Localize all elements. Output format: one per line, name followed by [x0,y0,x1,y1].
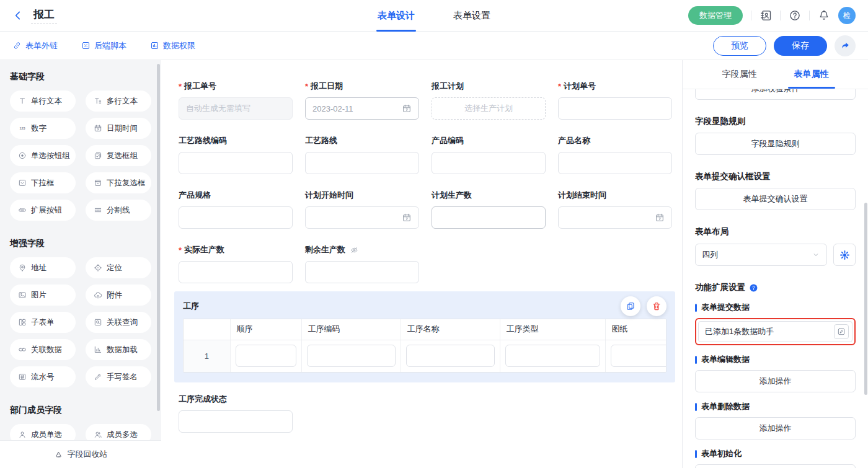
toolbar-link-后端脚本[interactable]: 后端脚本 [81,40,126,51]
required-star: * [558,82,561,91]
field-type-单行文本[interactable]: 单行文本 [10,91,76,112]
dropdown-multi-icon [94,179,102,187]
panel-tab-表单属性[interactable]: 表单属性 [790,60,833,89]
field-input[interactable] [558,152,672,174]
field-type-关联查询[interactable]: 关联查询 [86,312,151,333]
field-input[interactable] [558,206,672,229]
clipped-top-button[interactable]: 添加校验条件 [695,89,856,100]
layout-select[interactable]: 四列 [695,244,827,266]
subform-cell-input[interactable] [505,345,600,367]
bell-icon[interactable] [818,9,830,22]
field-input[interactable]: 选择生产计划 [432,97,546,120]
question-icon-wrap[interactable] [749,283,758,293]
field-type-label: 数字 [31,123,46,134]
pin-wrap [18,263,27,272]
panel-button-字段显隐规则[interactable]: 字段显隐规则 [695,133,856,155]
field-input[interactable] [558,97,672,120]
subform-cell-input[interactable] [236,345,296,367]
datetime-icon [94,124,102,133]
subform-cell-input[interactable] [406,345,495,367]
canvas-field-计划开始时间: 计划开始时间 [305,190,419,229]
group-title-表单提交数据: 表单提交数据 [695,302,856,313]
form-title[interactable]: 报工 [31,7,57,24]
group-title-bar [695,356,697,364]
data-manage-button[interactable]: 数据管理 [688,6,743,25]
field-type-关联数据[interactable]: 关联数据 [10,339,76,360]
field-input[interactable]: 自动生成无需填写 [179,97,293,120]
sidebar-scrollbar[interactable] [157,64,160,411]
subform-actions [621,296,666,316]
field-type-附件[interactable]: 附件 [86,285,151,306]
header-tab-表单设置[interactable]: 表单设置 [452,0,492,32]
chevron-down-icon [812,250,820,259]
serial-icon [18,373,27,381]
field-type-地址[interactable]: 地址 [10,257,76,278]
field-type-图片[interactable]: 图片 [10,285,76,306]
subform-section[interactable]: 工序 顺序工序编码工序名称工序类型图纸 1 [174,291,675,382]
delete-button[interactable] [647,296,666,316]
toolbar-link-数据权限[interactable]: 数据权限 [150,40,195,51]
copy-button[interactable] [621,296,640,316]
field-input[interactable]: 2023-02-11 [305,97,419,120]
field-type-下拉复选框[interactable]: 下拉复选框 [86,172,151,193]
data-assistant-text: 已添加1条数据助手 [705,326,774,337]
panel-button-表单提交确认设置[interactable]: 表单提交确认设置 [695,188,856,210]
field-label-text: 计划单号 [564,81,596,92]
help-icon[interactable] [789,9,801,22]
subform-cell-input[interactable] [307,345,396,367]
field-recycle-bin[interactable]: 字段回收站 [0,441,161,468]
field-type-手写签名[interactable]: 手写签名 [86,366,151,387]
field-type-label: 日期时间 [107,123,138,134]
target-wrap [94,263,102,272]
field-input[interactable] [179,261,293,283]
field-type-下拉框[interactable]: 下拉框 [10,172,76,193]
header-tab-表单设计[interactable]: 表单设计 [376,0,416,32]
edit-button[interactable] [834,324,849,339]
field-type-复选框组[interactable]: 复选框组 [86,145,151,166]
subform-col-图纸: 图纸 [605,319,666,340]
add-action-button[interactable]: 添加操作 [695,370,856,392]
add-action-button[interactable]: 添加操作 [695,417,856,439]
back-icon[interactable] [12,10,24,21]
field-type-日期时间[interactable]: 日期时间 [86,118,151,139]
header-right: 数据管理 检 [688,6,856,25]
address-book-icon[interactable] [760,9,772,22]
share-icon [840,40,851,51]
pen-icon [94,373,102,381]
share-button[interactable] [835,35,856,56]
field-input[interactable] [179,152,293,174]
field-input[interactable] [432,206,546,229]
panel-tab-字段属性[interactable]: 字段属性 [719,60,761,89]
field-type-label: 流水号 [31,372,55,382]
preview-button[interactable]: 预览 [713,36,766,56]
serial-wrap [18,373,27,381]
toolbar-link-表单外链[interactable]: 表单外链 [12,40,58,51]
field-type-多行文本[interactable]: 多行文本 [86,91,151,112]
field-type-子表单[interactable]: 子表单 [10,312,76,333]
field-type-定位[interactable]: 定位 [86,257,151,278]
field-input[interactable] [305,206,419,229]
field-input[interactable] [179,206,293,229]
field-label: 工序完成状态 [179,394,293,404]
field-type-label: 地址 [31,263,46,273]
field-input[interactable] [305,152,419,174]
field-label-text: 工艺路线 [305,135,337,146]
add-action-button[interactable]: 添加操作 [695,464,856,468]
field-type-单选按钮组[interactable]: 单选按钮组 [10,145,76,166]
field-type-数字[interactable]: 123数字 [10,118,76,139]
field-type-流水号[interactable]: 流水号 [10,366,76,387]
panel-scrollbar[interactable] [864,203,867,395]
save-button[interactable]: 保存 [774,36,827,56]
data-assistant-item[interactable]: 已添加1条数据助手 [698,321,852,342]
bell-icon [818,9,830,22]
field-type-分割线[interactable]: 分割线 [86,200,151,221]
field-input[interactable] [432,152,546,174]
field-type-扩展按钮[interactable]: 扩展按钮 [10,200,76,221]
layout-settings-button[interactable] [833,244,856,266]
field-input[interactable] [179,410,293,433]
field-input[interactable] [305,261,419,283]
field-type-数据加载[interactable]: 数据加载 [86,339,151,360]
avatar[interactable]: 检 [838,7,856,24]
subform-cell-input[interactable] [611,345,667,367]
field-type-label: 扩展按钮 [31,205,62,216]
